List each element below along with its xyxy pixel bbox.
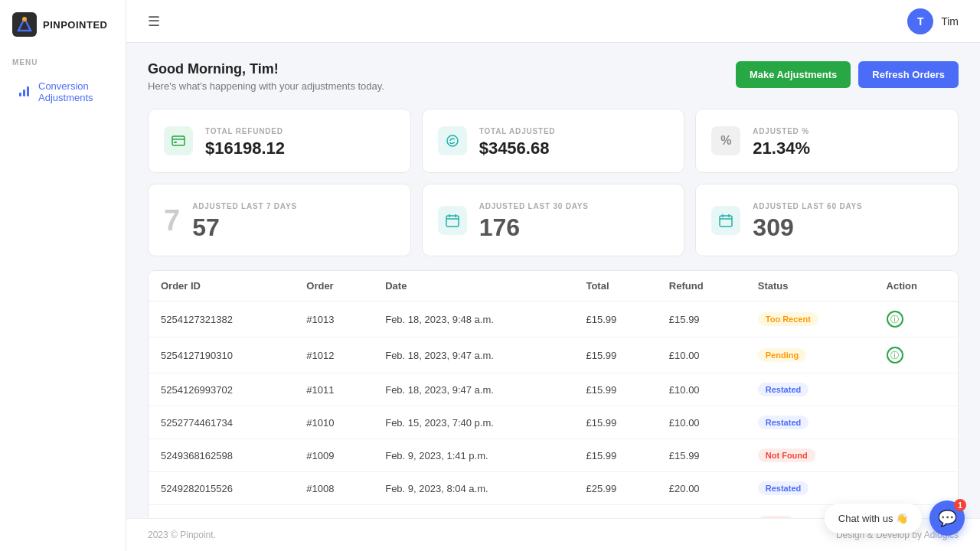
cell-order: #1009 (294, 439, 373, 472)
svg-point-9 (447, 135, 458, 146)
status-badge: Restated (758, 481, 808, 495)
cell-refund: £20.00 (657, 505, 746, 519)
svg-rect-8 (174, 142, 177, 143)
status-badge: Restated (758, 416, 808, 429)
cell-order-id: 5249281786150 (149, 505, 294, 519)
action-icon[interactable]: ⓘ (887, 311, 903, 328)
make-adjustments-button[interactable]: Make Adjustments (736, 61, 851, 88)
cell-total: £15.99 (573, 302, 656, 337)
welcome-text: Good Morning, Tim! Here's what's happeni… (148, 61, 384, 92)
table-row: 5254126993702 #1011 Feb. 18, 2023, 9:47 … (149, 373, 958, 406)
cell-date: Feb. 18, 2023, 9:47 a.m. (373, 337, 573, 373)
cell-order: #1013 (294, 302, 373, 337)
hamburger-icon[interactable]: ☰ (148, 13, 160, 30)
cell-date: Feb. 9, 2023, 1:41 p.m. (373, 439, 573, 472)
total-refunded-label: TOTAL REFUNDED (205, 127, 283, 135)
total-refunded-content: TOTAL REFUNDED $16198.12 (205, 123, 285, 158)
topbar: ☰ T Tim (126, 0, 980, 43)
cell-date: Feb. 9, 2023, 8:03 a.m. (373, 505, 573, 519)
logo: PINPOINTED (0, 12, 126, 52)
svg-rect-10 (446, 216, 459, 227)
cell-order-id: 5254126993702 (149, 373, 294, 406)
svg-rect-5 (27, 86, 29, 96)
cell-action (874, 439, 958, 472)
col-status: Status (746, 271, 874, 302)
cell-order-id: 5252774461734 (149, 406, 294, 439)
user-name: Tim (941, 15, 959, 28)
status-badge: Not Found (758, 448, 815, 462)
cell-status: Restated (746, 373, 874, 406)
app-name: PINPOINTED (43, 19, 107, 31)
col-order: Order (294, 271, 373, 302)
action-buttons: Make Adjustments Refresh Orders (736, 61, 959, 88)
chat-icon: 💬 (938, 509, 957, 527)
col-date: Date (373, 271, 573, 302)
cell-status: Pending (746, 337, 874, 373)
cell-total: £15.99 (573, 337, 656, 373)
stat-last-7-days: 7 ADJUSTED LAST 7 DAYS 57 (148, 184, 411, 256)
adjusted-percent-value: 21.34% (753, 139, 810, 158)
cell-refund: £20.00 (657, 472, 746, 505)
welcome-subtitle: Here's what's happening with your adjust… (148, 80, 384, 92)
svg-point-2 (22, 17, 27, 21)
last-60-days-icon (711, 206, 740, 235)
last-7-days-content: ADJUSTED LAST 7 DAYS 57 (192, 198, 297, 242)
cell-action (874, 406, 958, 439)
cell-action: ⓘ (874, 337, 958, 373)
adjusted-percent-icon: % (711, 126, 740, 155)
action-icon[interactable]: ⓘ (887, 347, 903, 364)
cell-date: Feb. 15, 2023, 7:40 p.m. (373, 406, 573, 439)
last-30-days-label: ADJUSTED LAST 30 DAYS (479, 202, 589, 210)
sidebar-item-label: Conversion Adjustments (38, 80, 107, 103)
col-total: Total (573, 271, 656, 302)
table-row: 5252774461734 #1010 Feb. 15, 2023, 7:40 … (149, 406, 958, 439)
cell-total: £25.99 (573, 472, 656, 505)
cell-refund: £10.00 (657, 337, 746, 373)
cell-action (874, 373, 958, 406)
table-row: 5249368162598 #1009 Feb. 9, 2023, 1:41 p… (149, 439, 958, 472)
orders-table-container: Order ID Order Date Total Refund Status … (148, 270, 959, 518)
cell-status: Restated (746, 406, 874, 439)
avatar: T (907, 8, 933, 34)
stat-last-30-days: ADJUSTED LAST 30 DAYS 176 (422, 184, 685, 256)
last-60-days-value: 309 (753, 214, 862, 242)
cell-status: Too Recent (746, 302, 874, 337)
logo-icon (12, 12, 37, 37)
last-30-days-value: 176 (479, 214, 589, 242)
cell-total: £15.99 (573, 439, 656, 472)
cell-order-id: 5254127190310 (149, 337, 294, 373)
total-adjusted-content: TOTAL ADJUSTED $3456.68 (479, 123, 556, 158)
cell-refund: £15.99 (657, 439, 746, 472)
total-adjusted-icon (438, 126, 467, 155)
main-content: Good Morning, Tim! Here's what's happeni… (126, 43, 980, 518)
status-badge: Pending (758, 348, 806, 362)
last-7-days-value: 57 (192, 214, 297, 242)
svg-rect-14 (720, 216, 732, 227)
refresh-orders-button[interactable]: Refresh Orders (858, 61, 959, 88)
svg-rect-6 (172, 136, 185, 145)
last-7-days-label: ADJUSTED LAST 7 DAYS (192, 202, 297, 210)
last-30-days-icon (438, 206, 467, 235)
orders-table: Order ID Order Date Total Refund Status … (149, 271, 958, 518)
svg-rect-3 (19, 93, 21, 96)
chat-button[interactable]: 💬 1 (929, 500, 965, 536)
col-refund: Refund (657, 271, 746, 302)
last-30-days-content: ADJUSTED LAST 30 DAYS 176 (479, 198, 589, 242)
total-adjusted-label: TOTAL ADJUSTED (479, 127, 556, 135)
cell-total: £45.99 (573, 505, 656, 519)
last-60-days-label: ADJUSTED LAST 60 DAYS (753, 202, 862, 210)
stats-row-1: TOTAL REFUNDED $16198.12 TOTAL ADJUSTED … (148, 109, 959, 173)
chat-badge: 1 (954, 499, 966, 511)
cell-order-id: 5254127321382 (149, 302, 294, 337)
sidebar-item-conversion-adjustments[interactable]: Conversion Adjustments (6, 73, 119, 111)
cell-total: £15.99 (573, 406, 656, 439)
last-60-days-content: ADJUSTED LAST 60 DAYS 309 (753, 198, 862, 242)
status-badge: Too Recent (758, 312, 818, 326)
total-adjusted-value: $3456.68 (479, 139, 556, 158)
total-refunded-icon (164, 126, 193, 155)
cell-order: #1012 (294, 337, 373, 373)
cell-refund: £10.00 (657, 373, 746, 406)
cell-order: #1007 (294, 505, 373, 519)
cell-order: #1010 (294, 406, 373, 439)
chat-widget: Chat with us 👋 💬 1 (825, 500, 965, 536)
